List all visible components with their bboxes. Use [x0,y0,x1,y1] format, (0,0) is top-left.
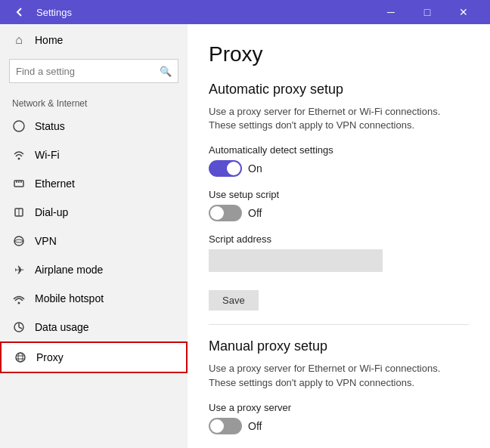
svg-point-9 [18,302,20,304]
use-proxy-toggle[interactable] [209,418,242,434]
sidebar-item-datausage[interactable]: Data usage [0,313,188,341]
proxy-icon [14,351,27,364]
use-proxy-row: Use a proxy server Off [209,402,469,434]
back-button[interactable] [9,2,30,23]
save-button[interactable]: Save [209,290,259,311]
script-address-row: Script address [209,233,469,272]
svg-point-13 [16,353,25,362]
minimize-button[interactable]: ─ [374,0,408,24]
sidebar-item-dialup[interactable]: Dial-up [0,198,188,227]
script-toggle-label: Off [248,207,262,219]
sidebar-label-dialup: Dial-up [35,206,68,218]
airplane-icon: ✈ [12,263,26,277]
maximize-button[interactable]: □ [410,0,445,24]
sidebar-label-status: Status [35,120,65,132]
detect-settings-row: Automatically detect settings On [209,144,469,177]
sidebar-item-vpn[interactable]: VPN [0,227,188,255]
status-icon [12,119,26,133]
sidebar-item-proxy[interactable]: Proxy [0,341,188,373]
window-controls: ─ □ ✕ [374,0,481,24]
detect-toggle-label: On [248,162,262,175]
window-title: Settings [36,7,374,18]
main-content: ⌂ Home 🔍 Network & Internet Status Wi-Fi [0,24,490,448]
section-divider [209,324,469,325]
vpn-icon [12,234,26,248]
sidebar: ⌂ Home 🔍 Network & Internet Status Wi-Fi [0,24,188,448]
datausage-icon [12,320,26,334]
home-icon: ⌂ [12,33,26,47]
home-label: Home [35,34,63,46]
sidebar-item-airplane[interactable]: ✈ Airplane mode [0,255,188,284]
detect-toggle-container: On [209,160,469,177]
svg-line-12 [19,327,22,329]
use-proxy-label: Use a proxy server [209,402,469,413]
use-proxy-toggle-container: Off [209,418,469,434]
sidebar-item-ethernet[interactable]: Ethernet [0,169,188,198]
wifi-icon [12,148,26,162]
svg-point-16 [18,353,23,362]
auto-section-title: Automatic proxy setup [209,82,469,97]
manual-section-desc: Use a proxy server for Ethernet or Wi-Fi… [209,362,469,389]
svg-point-0 [14,121,24,131]
script-address-label: Script address [209,233,469,245]
sidebar-item-home[interactable]: ⌂ Home [0,24,188,56]
sidebar-label-proxy: Proxy [36,351,64,363]
auto-section-desc: Use a proxy server for Ethernet or Wi-Fi… [209,105,469,132]
sidebar-label-datausage: Data usage [35,321,89,333]
sidebar-label-wifi: Wi-Fi [35,149,60,161]
settings-window: Settings ─ □ ✕ ⌂ Home 🔍 Network & Intern… [0,0,490,448]
main-panel: Proxy Automatic proxy setup Use a proxy … [188,24,490,448]
sidebar-label-ethernet: Ethernet [35,178,75,190]
script-label: Use setup script [209,189,469,200]
sidebar-label-vpn: VPN [35,235,57,247]
svg-point-1 [18,158,20,160]
script-address-input[interactable] [209,249,383,272]
sidebar-item-wifi[interactable]: Wi-Fi [0,141,188,169]
sidebar-label-hotspot: Mobile hotspot [35,292,104,304]
sidebar-label-airplane: Airplane mode [35,264,103,276]
detect-toggle[interactable] [209,160,242,177]
close-button[interactable]: ✕ [446,0,481,24]
use-proxy-toggle-knob [210,419,224,433]
use-proxy-toggle-label: Off [248,420,262,432]
setup-script-row: Use setup script Off [209,189,469,221]
script-toggle-knob [210,206,224,220]
sidebar-item-hotspot[interactable]: Mobile hotspot [0,284,188,313]
search-icon: 🔍 [160,66,172,77]
svg-point-8 [14,236,23,246]
sidebar-category: Network & Internet [0,92,188,112]
dialup-icon [12,205,26,219]
page-title: Proxy [209,42,469,66]
sidebar-item-status[interactable]: Status [0,112,188,141]
search-box[interactable]: 🔍 [9,59,178,83]
hotspot-icon [12,292,26,305]
script-toggle-container: Off [209,205,469,221]
ethernet-icon [12,177,26,190]
script-toggle[interactable] [209,205,242,221]
detect-toggle-knob [227,162,240,175]
search-input[interactable] [16,66,160,77]
titlebar: Settings ─ □ ✕ [0,0,490,24]
manual-section-title: Manual proxy setup [209,338,469,354]
detect-label: Automatically detect settings [209,144,469,156]
